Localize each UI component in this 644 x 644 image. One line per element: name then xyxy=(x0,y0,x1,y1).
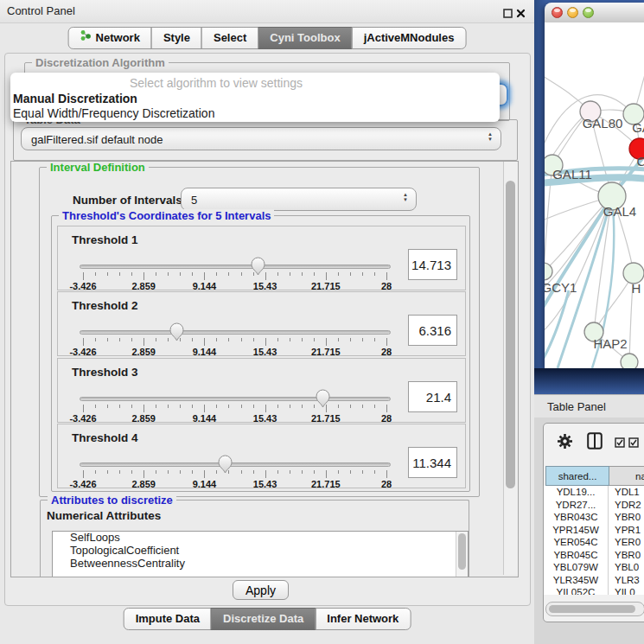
cell-name: YIL0 xyxy=(609,586,635,595)
tab-impute-data[interactable]: Impute Data xyxy=(124,608,212,630)
threshold-slider[interactable] xyxy=(80,397,391,401)
table-row[interactable]: YER054CYER0 xyxy=(544,536,644,549)
threshold-slider[interactable] xyxy=(80,265,391,269)
cell-name: YDL1 xyxy=(609,486,640,499)
network-node-label: C xyxy=(637,154,644,169)
table-row[interactable]: YDL19...YDL1 xyxy=(544,486,644,499)
cell-name: YDR2 xyxy=(609,499,641,512)
column-header-shared-name[interactable]: shared... xyxy=(545,466,609,486)
bottom-tabbar: Impute Data Discretize Data Infer Networ… xyxy=(124,608,411,630)
screen: Control Panel Network xyxy=(0,0,644,644)
right-panel-area: GAL80GACGAL11GAL4GCY1HHAP2 Table Panel xyxy=(534,0,644,644)
minimize-traffic-light[interactable] xyxy=(567,7,578,18)
close-icon[interactable] xyxy=(516,6,526,16)
cell-shared-name: YDR27... xyxy=(544,499,609,512)
network-node[interactable] xyxy=(621,354,638,368)
table-row[interactable]: YLR345WYLR3 xyxy=(544,574,644,587)
slider-ticks xyxy=(83,338,386,346)
table-row[interactable]: YIL052CYIL0 xyxy=(544,586,644,595)
network-node-label: H xyxy=(632,281,641,296)
attributes-group: Attributes to discretize Numerical Attri… xyxy=(40,500,469,577)
attribute-list-item[interactable]: SelfLoops xyxy=(53,532,468,545)
list-scrollbar[interactable] xyxy=(456,532,468,577)
cell-shared-name: YBR045C xyxy=(544,549,609,562)
slider-ticks xyxy=(83,470,386,478)
slider-thumb[interactable] xyxy=(251,257,265,279)
desktop-gradient xyxy=(534,368,644,395)
cell-name: YBL0 xyxy=(609,561,639,574)
tab-network[interactable]: Network xyxy=(68,27,152,49)
tab-cyni-toolbox[interactable]: Cyni Toolbox xyxy=(258,27,352,49)
table-data-group: Table Data galFiltered.sif default node … xyxy=(13,119,518,161)
window-title: Control Panel xyxy=(7,4,75,17)
network-node-gcy1[interactable] xyxy=(545,263,552,280)
tab-label: Cyni Toolbox xyxy=(270,28,340,48)
zoom-traffic-light[interactable] xyxy=(583,7,594,18)
thresholds-group: Threshold's Coordinates for 5 Intervals … xyxy=(51,215,470,492)
table-row[interactable]: YDR27...YDR2 xyxy=(544,499,644,512)
scrollbar-thumb[interactable] xyxy=(458,533,466,570)
split-view-icon[interactable] xyxy=(587,432,603,453)
tab-jactivemnodules[interactable]: jActiveMNodules xyxy=(352,27,467,49)
tab-label: jActiveMNodules xyxy=(364,28,455,48)
attribute-list-item[interactable]: TopologicalCoefficient xyxy=(53,545,468,558)
table-row[interactable]: YBR045CYBR0 xyxy=(544,549,644,562)
threshold-value-field[interactable]: 6.316 xyxy=(408,315,457,346)
table-row[interactable]: YPR145WYPR1 xyxy=(544,524,644,537)
scrollbar-thumb[interactable] xyxy=(549,605,635,613)
group-title: Discretization Algorithm xyxy=(32,56,169,69)
tab-infer-network[interactable]: Infer Network xyxy=(315,608,411,630)
top-tabbar: Network Style Select Cyni Toolbox jActiv… xyxy=(68,27,467,49)
threshold-slider[interactable] xyxy=(80,462,391,467)
threshold-4-panel: Threshold 4 11.344 -3.4262.8599.14415.43… xyxy=(57,424,466,488)
gear-icon[interactable] xyxy=(557,433,573,453)
number-of-intervals-combobox[interactable]: 5 ▲▼ xyxy=(181,188,417,211)
threshold-value-field[interactable]: 14.713 xyxy=(408,249,457,280)
table-hscrollbar[interactable] xyxy=(545,602,644,616)
threshold-slider[interactable] xyxy=(80,330,391,335)
node-table-rows: YDL19...YDL1YDR27...YDR2YBR043CYBR0YPR14… xyxy=(544,486,644,595)
dropdown-prompt: Select algorithm to view settings xyxy=(10,76,422,90)
number-of-intervals-value: 5 xyxy=(191,194,197,207)
scrollbar-thumb[interactable] xyxy=(506,181,515,488)
table-row[interactable]: YBL079WYBL0 xyxy=(544,561,644,574)
attribute-list-item[interactable]: BetweennessCentrality xyxy=(53,558,468,571)
network-window: GAL80GACGAL11GAL4GCY1HHAP2 xyxy=(545,3,644,368)
float-window-icon[interactable] xyxy=(503,6,513,16)
slider-tick-labels: -3.4262.8599.14415.4321.71528 xyxy=(83,413,386,424)
checkbox-icon[interactable] xyxy=(628,436,639,451)
cell-shared-name: YLR345W xyxy=(544,574,609,587)
table-panel-area: shared... name YDL19...YDL1YDR27...YDR2Y… xyxy=(534,418,644,644)
cell-name: YBR0 xyxy=(609,511,641,524)
table-row[interactable]: YBR043CYBR0 xyxy=(544,511,644,524)
tab-label: Infer Network xyxy=(327,609,399,629)
control-panel-titlebar: Control Panel xyxy=(0,0,534,23)
dropdown-option-equal-width-frequency[interactable]: Equal Width/Frequency Discretization xyxy=(13,106,497,121)
dropdown-option-manual-discretization[interactable]: Manual Discretization xyxy=(13,92,497,106)
network-canvas[interactable]: GAL80GACGAL11GAL4GCY1HHAP2 xyxy=(545,22,644,368)
cell-shared-name: YBR043C xyxy=(544,511,609,524)
close-traffic-light[interactable] xyxy=(552,7,563,18)
tab-style[interactable]: Style xyxy=(151,27,202,49)
panel-scrollbar[interactable] xyxy=(503,162,518,575)
threshold-label: Threshold 3 xyxy=(72,366,138,379)
numerical-attributes-list: SelfLoopsTopologicalCoefficientBetweenne… xyxy=(52,531,469,577)
slider-thumb[interactable] xyxy=(169,322,184,345)
cell-shared-name: YBL079W xyxy=(544,561,609,574)
threshold-value-field[interactable]: 11.344 xyxy=(408,447,457,478)
network-node-label: GAL80 xyxy=(583,116,623,131)
slider-thumb[interactable] xyxy=(316,389,330,411)
tab-discretize-data[interactable]: Discretize Data xyxy=(211,608,316,630)
column-header-name[interactable]: name xyxy=(609,466,644,486)
tab-select[interactable]: Select xyxy=(201,27,258,49)
threshold-value-field[interactable]: 21.4 xyxy=(408,381,457,412)
network-node-label: GAL4 xyxy=(603,204,636,219)
apply-button[interactable]: Apply xyxy=(233,580,289,600)
table-data-combobox[interactable]: galFiltered.sif default node ▲▼ xyxy=(21,127,501,150)
checkbox-icon[interactable] xyxy=(615,436,625,451)
slider-thumb[interactable] xyxy=(218,455,233,477)
network-window-titlebar[interactable] xyxy=(545,3,644,23)
threshold-label: Threshold 2 xyxy=(72,299,138,312)
tab-label: Discretize Data xyxy=(223,609,303,629)
threshold-3-panel: Threshold 3 21.4 -3.4262.8599.14415.4321… xyxy=(57,358,466,423)
